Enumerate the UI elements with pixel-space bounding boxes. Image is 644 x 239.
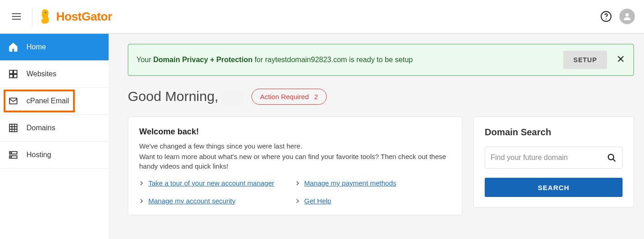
websites-icon [8,69,18,79]
sidebar-item-label: Domains [26,124,55,132]
action-required-pill[interactable]: Action Required 2 [251,89,327,105]
action-required-count: 2 [314,93,318,101]
link-take-tour[interactable]: Take a tour of your new account manager [139,179,295,187]
link-label: Manage my payment methods [304,179,397,187]
domain-search-input[interactable] [491,154,607,162]
svg-rect-6 [10,74,13,78]
greeting-name-redacted [222,91,243,105]
setup-button[interactable]: SETUP [563,51,607,69]
sidebar-item-label: cPanel Email [26,97,69,105]
person-icon [622,11,632,21]
app-body: Home Websites cPanel Email Domains Hosti… [0,34,644,239]
domain-search-title: Domain Search [485,127,623,138]
app-header: HostGator [0,0,644,34]
welcome-card: Welcome back! We've changed a few things… [128,117,462,215]
domains-icon [8,123,18,133]
sidebar-item-home[interactable]: Home [0,34,109,61]
gator-icon [41,8,53,25]
chevron-right-icon [139,181,144,186]
svg-point-14 [608,154,614,160]
hosting-icon [8,150,18,160]
search-icon [607,153,617,163]
header-right [599,9,635,24]
help-button[interactable] [599,10,613,23]
home-icon [8,42,18,52]
chevron-right-icon [139,199,144,203]
action-required-label: Action Required [260,93,309,101]
alert-actions: SETUP [563,51,625,69]
sidebar: Home Websites cPanel Email Domains Hosti… [0,34,109,239]
alert-bold: Domain Privacy + Protection [153,56,252,64]
alert-text: Your Domain Privacy + Protection for ray… [136,56,413,64]
svg-rect-7 [14,74,17,78]
welcome-line2: Want to learn more about what's new or w… [139,152,451,171]
greeting-row: Good Morning, Action Required 2 [128,89,634,105]
svg-point-3 [625,13,628,16]
svg-rect-4 [10,70,13,74]
domain-search-card: Domain Search SEARCH [473,117,634,207]
svg-point-12 [11,153,12,154]
sidebar-item-domains[interactable]: Domains [0,115,109,142]
link-label: Get Help [304,197,331,205]
chevron-right-icon [295,181,300,186]
svg-point-13 [11,157,12,158]
setup-alert: Your Domain Privacy + Protection for ray… [128,44,634,76]
close-icon [616,54,625,64]
domain-search-field [485,147,623,169]
sidebar-item-hosting[interactable]: Hosting [0,142,109,169]
sidebar-item-label: Home [26,43,46,51]
alert-prefix: Your [136,56,153,64]
link-label: Manage my account security [148,197,236,205]
svg-rect-9 [10,124,17,132]
link-label: Take a tour of your new account manager [148,179,274,187]
header-left: HostGator [9,7,112,26]
quick-links: Take a tour of your new account manager … [139,179,451,205]
chevron-right-icon [295,199,300,203]
main-content: Your Domain Privacy + Protection for ray… [109,34,644,239]
link-account-security[interactable]: Manage my account security [139,197,295,205]
domain-search-button[interactable]: SEARCH [485,178,623,197]
greeting-text: Good Morning, [128,89,243,104]
brand-logo[interactable]: HostGator [41,8,112,25]
sidebar-item-label: Websites [26,70,57,78]
alert-suffix: for raytestdomain92823.com is ready to b… [252,56,413,64]
link-get-help[interactable]: Get Help [295,197,451,205]
link-payment-methods[interactable]: Manage my payment methods [295,179,451,187]
sidebar-item-websites[interactable]: Websites [0,61,109,88]
greeting-label: Good Morning, [128,89,218,104]
brand-name: HostGator [56,10,112,24]
sidebar-item-label: Hosting [26,151,51,159]
email-icon [8,96,18,106]
svg-point-2 [606,18,607,19]
welcome-line1: We've changed a few things since you wer… [139,141,451,151]
welcome-title: Welcome back! [139,127,451,137]
alert-close-button[interactable] [616,54,625,65]
dashboard-columns: Welcome back! We've changed a few things… [128,117,634,215]
divider [32,7,32,26]
svg-rect-5 [14,70,17,74]
help-icon [600,11,612,22]
menu-toggle-button[interactable] [9,11,24,22]
sidebar-item-cpanel-email[interactable]: cPanel Email [0,88,109,115]
svg-point-0 [45,12,47,14]
account-button[interactable] [619,9,635,24]
